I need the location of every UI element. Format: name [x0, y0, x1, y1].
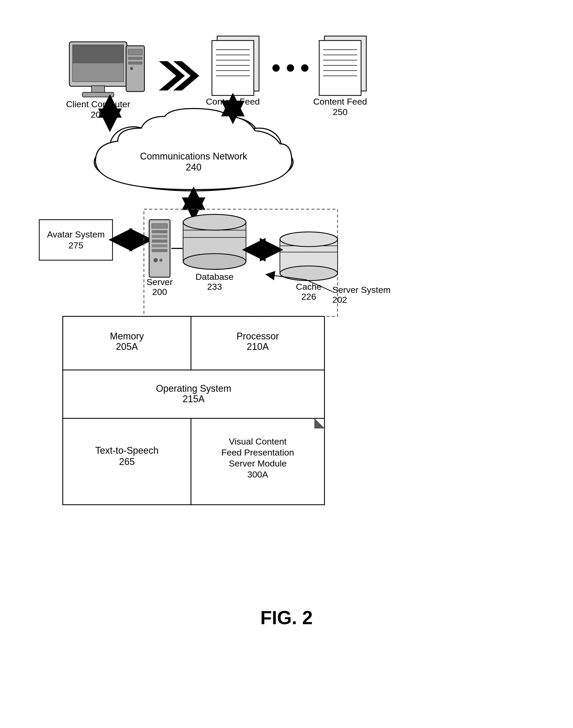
svg-text:Database: Database	[196, 272, 233, 282]
svg-rect-93	[63, 370, 324, 418]
svg-text:226: 226	[301, 291, 316, 301]
svg-text:202: 202	[332, 295, 347, 304]
svg-text:Cache: Cache	[296, 282, 322, 291]
svg-rect-8	[128, 57, 142, 60]
svg-rect-90	[191, 317, 324, 370]
svg-rect-9	[128, 62, 142, 64]
svg-text:240: 240	[186, 162, 202, 173]
svg-rect-6	[126, 46, 145, 92]
svg-text:250: 250	[333, 107, 348, 117]
svg-point-40	[139, 118, 191, 160]
svg-point-80	[280, 266, 337, 281]
svg-text:Content Feed: Content Feed	[313, 97, 367, 106]
svg-text:215A: 215A	[183, 394, 205, 404]
svg-text:Client Computer: Client Computer	[66, 99, 130, 109]
svg-rect-15	[217, 36, 259, 91]
svg-point-64	[183, 254, 246, 269]
svg-rect-16	[212, 41, 254, 96]
svg-rect-99	[191, 418, 324, 505]
svg-rect-77	[280, 239, 337, 273]
svg-rect-52	[152, 224, 167, 228]
svg-rect-29	[319, 41, 361, 96]
svg-point-71	[183, 214, 246, 230]
svg-text:Memory: Memory	[110, 331, 144, 341]
svg-text:233: 233	[207, 282, 222, 291]
svg-point-44	[101, 132, 286, 174]
figure-label: FIG. 2	[260, 606, 313, 630]
svg-point-42	[207, 118, 259, 160]
svg-point-25	[272, 64, 280, 72]
svg-marker-13	[160, 61, 185, 90]
svg-text:Processor: Processor	[237, 331, 279, 341]
svg-rect-56	[152, 244, 167, 247]
svg-text:Server System: Server System	[332, 285, 390, 295]
svg-point-66	[183, 230, 246, 245]
svg-rect-75	[280, 239, 337, 273]
svg-text:210A: 210A	[247, 341, 269, 352]
svg-point-70	[183, 254, 246, 269]
svg-text:205: 205	[91, 110, 106, 119]
svg-text:250: 250	[225, 107, 241, 117]
svg-point-59	[159, 259, 162, 262]
svg-rect-50	[144, 209, 337, 317]
svg-point-41	[170, 113, 228, 158]
svg-rect-54	[152, 235, 167, 238]
svg-text:Server: Server	[147, 277, 173, 287]
svg-rect-57	[152, 249, 167, 252]
svg-rect-63	[183, 222, 246, 262]
svg-rect-7	[128, 49, 142, 55]
svg-point-26	[287, 64, 294, 72]
svg-text:Avatar System: Avatar System	[47, 229, 105, 239]
svg-text:200: 200	[152, 287, 167, 297]
svg-rect-4	[92, 86, 105, 93]
svg-rect-0	[69, 42, 127, 86]
svg-rect-3	[73, 63, 123, 81]
svg-point-43	[237, 128, 281, 165]
svg-text:Communications Network: Communications Network	[140, 151, 248, 162]
svg-text:265: 265	[119, 456, 135, 467]
svg-rect-5	[83, 92, 114, 97]
svg-text:Content Feed: Content Feed	[206, 97, 260, 106]
svg-text:Operating System: Operating System	[156, 383, 231, 394]
svg-rect-47	[39, 220, 112, 260]
svg-rect-1	[73, 45, 123, 81]
svg-point-74	[280, 232, 337, 246]
svg-point-76	[280, 266, 337, 281]
svg-text:Visual Content: Visual Content	[229, 437, 287, 446]
svg-rect-28	[324, 36, 366, 91]
svg-text:205A: 205A	[116, 341, 138, 352]
svg-point-38	[94, 133, 293, 191]
svg-point-10	[130, 67, 133, 70]
svg-rect-87	[63, 317, 191, 370]
svg-text:Text-to-Speech: Text-to-Speech	[95, 445, 159, 456]
svg-point-27	[301, 64, 309, 72]
svg-marker-100	[314, 418, 324, 428]
svg-point-39	[110, 127, 157, 166]
svg-text:300A: 300A	[247, 469, 268, 479]
svg-rect-86	[63, 317, 324, 505]
svg-text:275: 275	[68, 240, 84, 250]
svg-rect-2	[73, 45, 123, 63]
svg-point-58	[154, 258, 158, 262]
svg-rect-53	[152, 230, 167, 233]
svg-point-81	[280, 232, 337, 246]
svg-point-62	[183, 214, 246, 230]
svg-text:Server Module: Server Module	[229, 458, 286, 468]
svg-text:Feed Presentation: Feed Presentation	[221, 447, 294, 457]
svg-rect-51	[149, 220, 170, 277]
svg-rect-55	[152, 239, 167, 243]
svg-marker-14	[174, 61, 199, 90]
svg-rect-96	[63, 418, 191, 505]
svg-rect-67	[184, 223, 246, 261]
svg-point-65	[183, 223, 246, 237]
